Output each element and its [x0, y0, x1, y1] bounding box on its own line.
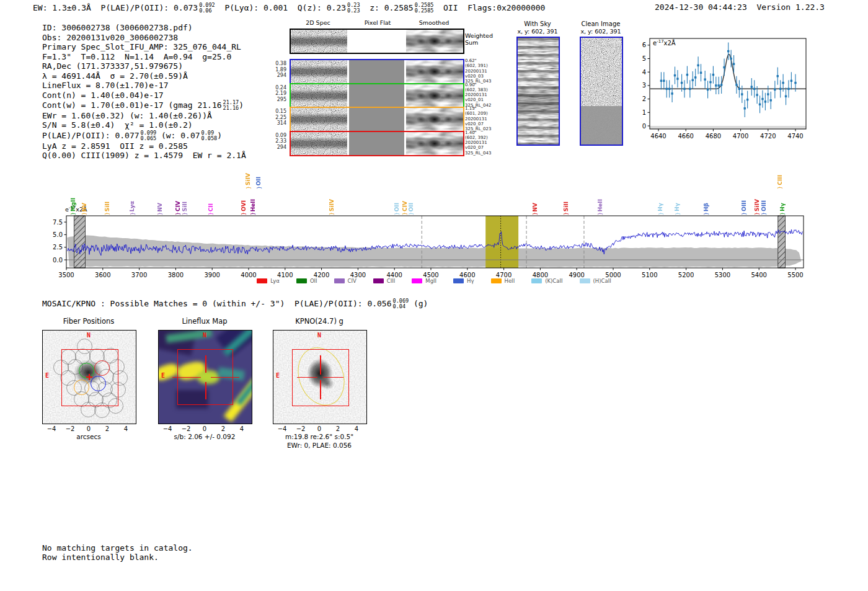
- right-label-line: 20200131: [465, 92, 502, 97]
- line-label-text: Hβ: [703, 203, 709, 211]
- info-line: Cont(n) = 1.40(±0.04)e-17: [42, 91, 246, 100]
- line-label-text: SiIV: [245, 173, 251, 185]
- legend-label: HeII: [505, 278, 515, 284]
- info-line: EWr = 1.60(±0.32) (w: 1.40(±0.26))Å: [42, 111, 246, 121]
- lower-bound: 0.04: [393, 304, 409, 309]
- left-label-line: 0.15: [260, 109, 286, 115]
- left-label-line: 2.25: [260, 115, 286, 121]
- fiber-row-left-label: 0.381.89294: [260, 61, 286, 79]
- fiber-row-left-label: 0.152.25314: [260, 109, 286, 127]
- text-segment: Q(0.00) CIII(1909) z = 1.4579 EW r = 2.1…: [42, 151, 246, 160]
- clean-subtitle: x, y: 602, 391: [574, 28, 628, 35]
- line-label-text: SiII: [104, 202, 110, 211]
- info-line: LyA z = 2.8591 OII z = 0.2585: [42, 141, 246, 151]
- legend-swatch: [531, 278, 542, 283]
- info-line: LineFlux = 8.70(±1.70)e-17: [42, 81, 246, 91]
- text-segment: P(Lyα): 0.001: [224, 3, 288, 12]
- tick-label: −2: [62, 425, 78, 432]
- trace-band: [291, 132, 347, 155]
- footer-note-1: No matching targets in catalog.: [42, 543, 193, 553]
- text-segment: [215, 3, 225, 12]
- svg-text:4640: 4640: [650, 133, 666, 140]
- right-label-line: v020_01: [465, 97, 502, 102]
- left-label-line: 2.19: [260, 91, 286, 97]
- emission-line-label: SiII{: [103, 202, 112, 216]
- weighted-sum-label: Weighted Sum: [465, 32, 493, 46]
- compass-east: E: [276, 372, 280, 379]
- line-label-brace: {: [394, 212, 399, 216]
- text-segment: [360, 3, 370, 12]
- stacked-uncertainty: 0.0920.06: [199, 2, 215, 14]
- fiber-cutout-row: [290, 59, 464, 84]
- emission-line-label: OII{: [407, 203, 415, 216]
- header-meta: 2024-12-30 04:44:23 Version 1.22.3: [655, 2, 825, 12]
- left-label-line: 0.09: [260, 133, 286, 139]
- emission-line-label: NV{: [531, 203, 539, 216]
- right-label-line: 1.15": [465, 106, 502, 111]
- text-segment: OII: [443, 3, 458, 12]
- svg-text:2: 2: [642, 96, 646, 102]
- emission-line-label: SiIV{: [327, 199, 336, 216]
- right-label-line: 0.90": [465, 82, 502, 87]
- lower-bound: 0.058: [202, 136, 218, 141]
- fiber-panel-title: Fiber Positions: [42, 317, 135, 326]
- trace-band: [291, 30, 347, 53]
- smoothed-segment: [406, 84, 463, 107]
- right-label-line: v020_07: [465, 145, 502, 150]
- right-label-line: 1.40": [465, 130, 502, 135]
- fiber-row-right-label: 1.15"(601, 209)20200131v020_07325_RL_023: [465, 106, 502, 131]
- line-label-brace: {: [402, 212, 407, 216]
- line-blob: [406, 30, 463, 53]
- line-label-brace: {: [658, 212, 663, 216]
- line-label-brace: {: [246, 186, 250, 190]
- legend-item: HeII: [491, 278, 515, 284]
- emission-line-label: Hγ{: [778, 203, 787, 216]
- left-label-line: 295: [260, 97, 286, 103]
- compass-north: N: [87, 332, 91, 339]
- left-label-line: 294: [260, 144, 286, 151]
- compass-north: N: [203, 332, 206, 339]
- legend-swatch: [373, 278, 384, 283]
- masked-region: [581, 106, 622, 144]
- line-label-brace: {: [704, 212, 708, 216]
- lineflux-xlabel: s/b: 2.06 +/- 0.092: [158, 433, 251, 440]
- line-label-text: HeII: [597, 199, 603, 211]
- crosshair-up: [205, 355, 206, 373]
- smoothed-segment: [406, 108, 463, 131]
- line-label-text: Lyα: [129, 201, 135, 211]
- trace-band: [291, 60, 347, 83]
- text-segment: LineFlux = 8.70(±1.70)e-17: [42, 81, 169, 90]
- text-segment: Obs: 20200131v020_3006002738: [42, 33, 178, 42]
- emission-line-label: HeII{: [596, 199, 604, 216]
- line-fit-inset-chart: 4640466046804700472047400123456: [632, 32, 843, 151]
- info-line: P(LAE)/P(OII): 0.0770.0990.065 (w: 0.070…: [42, 130, 246, 141]
- 2d-spec-segment: [291, 84, 347, 107]
- legend-item: MgII: [412, 278, 436, 284]
- legend-swatch: [580, 278, 590, 283]
- legend-swatch: [296, 278, 307, 283]
- text-segment: P(LAE)/P(OII): 0.077: [42, 131, 140, 140]
- smoothed-segment: [406, 60, 463, 83]
- line-label-brace: {: [130, 212, 135, 216]
- crosshair-left: [297, 377, 317, 378]
- svg-text:4680: 4680: [706, 133, 721, 140]
- legend-item: (H)CaII: [580, 278, 611, 284]
- line-label-brace: {: [82, 212, 86, 216]
- report-version: Version 1.22.3: [756, 2, 825, 12]
- crosshair-down: [320, 380, 321, 399]
- svg-text:1: 1: [642, 109, 646, 116]
- text-segment: EW: 1.3±0.3Å: [33, 3, 91, 12]
- emission-line-label: NV{: [156, 203, 164, 216]
- left-label-line: 314: [260, 120, 286, 127]
- line-label-text: SiII: [182, 202, 188, 211]
- line-label-brace: {: [182, 212, 187, 216]
- line-blob: [406, 132, 463, 155]
- line-label-text: OIII: [741, 200, 747, 211]
- svg-text:2.5: 2.5: [53, 244, 63, 251]
- catalog-match-line: MOSAIC/KPNO : Possible Matches = 0 (with…: [42, 298, 428, 309]
- spacer: [747, 2, 757, 12]
- line-label-brace: {: [241, 212, 246, 216]
- line-label-brace: {: [778, 186, 782, 190]
- 2d-spec-segment: [291, 132, 347, 155]
- lower-bound: 0.065: [141, 136, 157, 141]
